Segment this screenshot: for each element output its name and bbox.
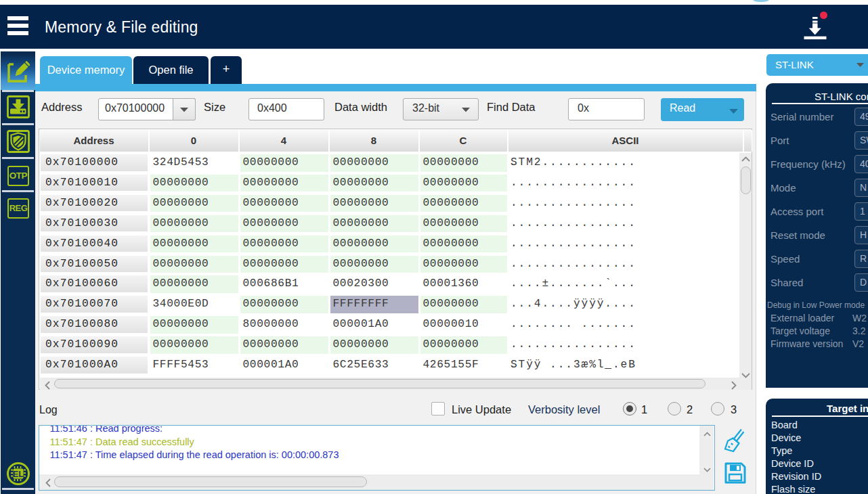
svg-text:EL: EL xyxy=(13,469,24,479)
